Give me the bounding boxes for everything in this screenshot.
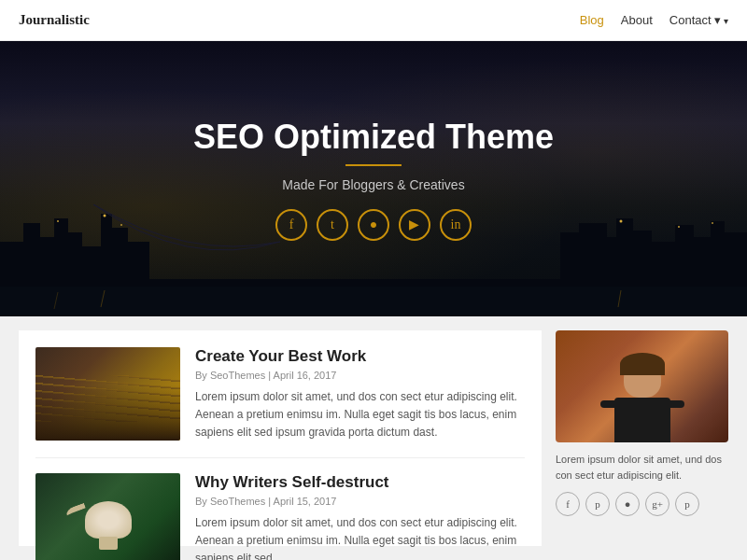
avatar-hair bbox=[620, 353, 665, 375]
sidebar-pinterest-icon[interactable]: p bbox=[585, 492, 610, 516]
post-thumbnail-2 bbox=[35, 473, 180, 560]
svg-rect-26 bbox=[0, 287, 747, 316]
hero-content: SEO Optimized Theme Made For Bloggers & … bbox=[193, 118, 554, 241]
post-excerpt-2: Lorem ipsum dolor sit amet, und dos con … bbox=[195, 514, 525, 560]
nav-about[interactable]: About bbox=[621, 13, 653, 27]
blog-post-2: Why Writers Self-destruct By SeoThemes |… bbox=[35, 473, 525, 560]
nav-contact[interactable]: Contact ▾ bbox=[669, 13, 728, 27]
brand-logo[interactable]: Journalistic bbox=[19, 12, 90, 28]
post-title-2[interactable]: Why Writers Self-destruct bbox=[195, 473, 525, 492]
sidebar: Lorem ipsum dolor sit amet, und dos con … bbox=[556, 330, 728, 546]
post-thumbnail-1 bbox=[35, 347, 180, 441]
chevron-down-icon: ▾ bbox=[712, 13, 722, 27]
hero-divider bbox=[345, 164, 402, 166]
sidebar-pinterest2-icon[interactable]: p bbox=[675, 492, 699, 516]
sidebar-instagram-icon[interactable]: ● bbox=[615, 492, 640, 516]
svg-point-24 bbox=[678, 226, 680, 228]
main-nav: Blog About Contact ▾ bbox=[580, 13, 728, 27]
hero-social-icons: f t ● ▶ in bbox=[193, 209, 554, 241]
svg-point-21 bbox=[57, 220, 59, 222]
avatar-head bbox=[624, 358, 661, 398]
hero-section: SEO Optimized Theme Made For Bloggers & … bbox=[0, 41, 747, 316]
post-content-1: Create Your Best Work By SeoThemes | Apr… bbox=[195, 347, 525, 442]
twitter-icon[interactable]: t bbox=[317, 209, 348, 241]
hero-title: SEO Optimized Theme bbox=[193, 118, 554, 157]
sidebar-social-icons: f p ● g+ p bbox=[556, 492, 728, 516]
svg-point-20 bbox=[104, 215, 106, 217]
post-title-1[interactable]: Create Your Best Work bbox=[195, 347, 525, 366]
skull-decoration bbox=[85, 501, 132, 539]
instagram-icon[interactable]: ● bbox=[358, 209, 389, 241]
sidebar-googleplus-icon[interactable]: g+ bbox=[645, 492, 669, 516]
blog-post-1: Create Your Best Work By SeoThemes | Apr… bbox=[35, 347, 525, 458]
header: Journalistic Blog About Contact ▾ bbox=[0, 0, 747, 41]
linkedin-icon[interactable]: in bbox=[440, 209, 472, 241]
post-meta-1: By SeoThemes | April 16, 2017 bbox=[195, 370, 525, 381]
nav-blog[interactable]: Blog bbox=[580, 13, 604, 27]
svg-point-23 bbox=[620, 220, 623, 223]
svg-point-25 bbox=[712, 222, 713, 224]
grass-decoration bbox=[35, 375, 180, 422]
main-content: Create Your Best Work By SeoThemes | Apr… bbox=[0, 316, 747, 560]
post-excerpt-1: Lorem ipsum dolor sit amet, und dos con … bbox=[195, 388, 525, 442]
sidebar-facebook-icon[interactable]: f bbox=[556, 492, 580, 516]
sidebar-avatar bbox=[556, 330, 728, 442]
blog-area: Create Your Best Work By SeoThemes | Apr… bbox=[19, 330, 542, 546]
avatar-arms bbox=[600, 400, 684, 408]
post-content-2: Why Writers Self-destruct By SeoThemes |… bbox=[195, 473, 525, 560]
avatar-figure bbox=[610, 358, 675, 442]
avatar-body bbox=[614, 398, 670, 442]
post-meta-2: By SeoThemes | April 15, 2017 bbox=[195, 496, 525, 507]
hero-subtitle: Made For Bloggers & Creatives bbox=[193, 177, 554, 192]
sidebar-bio: Lorem ipsum dolor sit amet, und dos con … bbox=[556, 452, 728, 483]
svg-point-22 bbox=[120, 224, 122, 226]
facebook-icon[interactable]: f bbox=[275, 209, 307, 241]
youtube-icon[interactable]: ▶ bbox=[399, 209, 430, 241]
